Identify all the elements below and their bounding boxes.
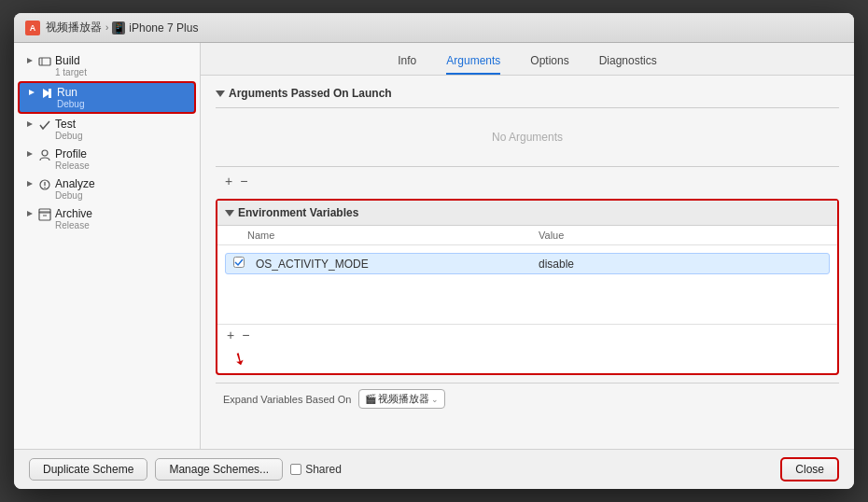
env-row-value: disable: [539, 258, 821, 271]
env-section-header: Environment Variables: [217, 201, 837, 226]
svg-marker-13: [27, 211, 33, 216]
env-row-name: OS_ACTIVITY_MODE: [256, 258, 539, 271]
col-value-header: Value: [539, 230, 830, 241]
env-row-checkbox[interactable]: [233, 257, 256, 271]
expand-chevron-icon: ⌄: [431, 395, 439, 404]
app-icon: A: [25, 21, 40, 35]
profile-icon: [38, 148, 51, 161]
svg-rect-1: [39, 58, 50, 65]
shared-checkbox-container: Shared: [290, 463, 342, 476]
profile-sub: Release: [55, 160, 90, 171]
env-table-header: Name Value: [217, 226, 837, 245]
main-content: Build 1 target Run Debug: [14, 43, 854, 449]
manage-schemes-button[interactable]: Manage Schemes...: [155, 458, 283, 481]
sidebar-item-build[interactable]: Build 1 target: [18, 51, 196, 80]
section1-header: Arguments Passed On Launch: [216, 87, 839, 100]
app-icon-small: 🎬: [365, 394, 376, 404]
sidebar-item-archive[interactable]: Archive Release: [18, 204, 196, 233]
run-sub: Debug: [57, 99, 84, 109]
archive-label: Archive: [55, 207, 92, 220]
sidebar: Build 1 target Run Debug: [14, 43, 201, 449]
env-section-toggle-icon[interactable]: [225, 210, 234, 216]
right-panel: Info Arguments Options Diagnostics Argum…: [201, 43, 854, 449]
tab-options[interactable]: Options: [530, 50, 568, 75]
app-title: 视频播放器: [46, 20, 102, 35]
expand-select[interactable]: 🎬 视频播放器 ⌄: [358, 389, 445, 409]
env-remove-btn[interactable]: −: [240, 328, 251, 342]
section1-add-remove: + −: [216, 171, 839, 191]
col-name-header: Name: [247, 230, 539, 241]
svg-rect-5: [49, 89, 51, 98]
device-icon: 📱: [112, 21, 125, 35]
expand-label: Expand Variables Based On: [223, 394, 351, 405]
scheme-editor-window: A 视频播放器 › 📱 iPhone 7 Plus Build 1 target: [14, 13, 854, 489]
panel-content: Arguments Passed On Launch No Arguments …: [201, 76, 854, 449]
section1-add-btn[interactable]: +: [223, 174, 234, 188]
svg-marker-7: [27, 151, 33, 157]
red-arrow-icon: ➘: [229, 347, 251, 372]
svg-marker-3: [29, 90, 35, 95]
sidebar-item-profile[interactable]: Profile Release: [18, 145, 196, 174]
expand-value: 视频播放器: [378, 392, 429, 406]
no-arguments-text: No Arguments: [216, 112, 839, 162]
svg-point-8: [42, 150, 48, 156]
tab-arguments[interactable]: Arguments: [446, 50, 500, 75]
section1-label: Arguments Passed On Launch: [229, 87, 392, 100]
title-text: 视频播放器 › 📱 iPhone 7 Plus: [46, 20, 198, 35]
env-add-btn[interactable]: +: [225, 328, 236, 342]
svg-marker-6: [27, 121, 33, 127]
analyze-sub: Debug: [55, 190, 95, 201]
svg-point-12: [44, 187, 46, 188]
env-section: Environment Variables Name Value OS_ACTI…: [216, 199, 839, 375]
analyze-icon: [38, 178, 51, 191]
run-label: Run: [57, 86, 84, 99]
analyze-label: Analyze: [55, 177, 95, 190]
archive-icon: [38, 208, 51, 221]
test-label: Test: [55, 118, 82, 131]
sidebar-item-run[interactable]: Run Debug: [18, 81, 196, 114]
device-title: iPhone 7 Plus: [129, 21, 198, 35]
run-icon: [40, 87, 53, 100]
build-label: Build: [55, 54, 87, 67]
section1-remove-btn[interactable]: −: [238, 174, 249, 188]
bottom-bar: Duplicate Scheme Manage Schemes... Share…: [14, 449, 854, 489]
sidebar-item-test[interactable]: Test Debug: [18, 115, 196, 144]
tab-info[interactable]: Info: [398, 50, 416, 75]
breadcrumb-chevron: ›: [105, 22, 108, 33]
arrow-annotation: ➘: [217, 345, 837, 373]
env-table-body: OS_ACTIVITY_MODE disable: [217, 245, 837, 320]
close-button[interactable]: Close: [780, 457, 839, 481]
title-bar: A 视频播放器 › 📱 iPhone 7 Plus: [14, 13, 854, 43]
profile-label: Profile: [55, 147, 90, 160]
env-section-label: Environment Variables: [238, 206, 358, 219]
section1-toggle-icon[interactable]: [216, 91, 225, 97]
build-icon: [38, 55, 51, 68]
env-add-remove: + −: [217, 324, 837, 345]
expand-row: Expand Variables Based On 🎬 视频播放器 ⌄: [216, 383, 839, 414]
section1-content: No Arguments: [216, 107, 839, 167]
tab-diagnostics[interactable]: Diagnostics: [599, 50, 657, 75]
test-icon: [38, 119, 51, 132]
shared-label: Shared: [305, 463, 342, 476]
tabs-bar: Info Arguments Options Diagnostics: [201, 43, 854, 76]
build-sub: 1 target: [55, 67, 87, 77]
archive-sub: Release: [55, 220, 92, 230]
svg-marker-0: [27, 58, 33, 63]
svg-marker-9: [27, 181, 33, 187]
sidebar-item-analyze[interactable]: Analyze Debug: [18, 174, 196, 203]
env-row[interactable]: OS_ACTIVITY_MODE disable: [225, 253, 830, 274]
test-sub: Debug: [55, 131, 82, 141]
shared-checkbox[interactable]: [290, 464, 301, 475]
duplicate-scheme-button[interactable]: Duplicate Scheme: [29, 458, 147, 481]
